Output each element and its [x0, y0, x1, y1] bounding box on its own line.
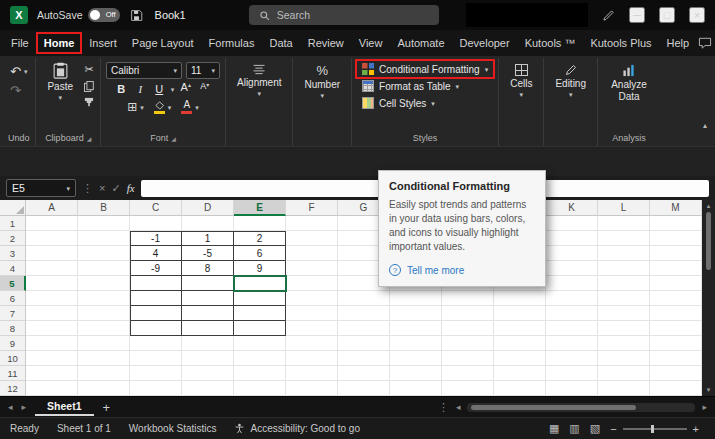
font-color-button[interactable]: A ▾	[178, 99, 202, 115]
cell-I10[interactable]	[442, 351, 494, 366]
cell-C7[interactable]	[130, 306, 182, 321]
scroll-right-icon[interactable]: ▸	[702, 402, 707, 412]
cell-D10[interactable]	[182, 351, 234, 366]
cell-E5[interactable]	[234, 276, 286, 291]
number-format-button[interactable]: % Number ▾	[298, 60, 346, 103]
row-header-1[interactable]: 1	[0, 216, 26, 231]
cell-A2[interactable]	[26, 231, 78, 246]
cell-M3[interactable]	[650, 246, 702, 261]
editing-button[interactable]: Editing ▾	[549, 60, 592, 102]
cell-K12[interactable]	[546, 381, 598, 396]
cell-D8[interactable]	[182, 321, 234, 336]
cell-L8[interactable]	[598, 321, 650, 336]
cell-K8[interactable]	[546, 321, 598, 336]
menu-tab[interactable]: Page Layout	[125, 33, 201, 53]
sheet-tab-sheet1[interactable]: Sheet1	[35, 399, 93, 416]
cut-button[interactable]: ✂	[83, 62, 95, 77]
row-header-11[interactable]: 11	[0, 366, 26, 381]
analyze-data-button[interactable]: Analyze Data	[603, 60, 655, 106]
cell-J10[interactable]	[494, 351, 546, 366]
confirm-entry-button[interactable]: ✓	[111, 182, 120, 195]
cell-D7[interactable]	[182, 306, 234, 321]
close-button[interactable]: ×	[689, 7, 705, 23]
cell-K9[interactable]	[546, 336, 598, 351]
zoom-slider[interactable]	[623, 428, 687, 430]
cell-A8[interactable]	[26, 321, 78, 336]
cell-D2[interactable]: 1	[182, 231, 234, 246]
cell-L12[interactable]	[598, 381, 650, 396]
underline-button[interactable]: U	[152, 81, 167, 97]
kebab-icon[interactable]: ⋮	[438, 401, 449, 414]
cell-B2[interactable]	[78, 231, 130, 246]
cell-M2[interactable]	[650, 231, 702, 246]
cell-F12[interactable]	[286, 381, 338, 396]
cell-B1[interactable]	[78, 216, 130, 231]
cell-C10[interactable]	[130, 351, 182, 366]
cell-H12[interactable]	[390, 381, 442, 396]
cell-G10[interactable]	[338, 351, 390, 366]
redo-button[interactable]: ↷	[7, 83, 30, 98]
cell-M6[interactable]	[650, 291, 702, 306]
cell-E2[interactable]: 2	[234, 231, 286, 246]
column-header-A[interactable]: A	[26, 200, 78, 216]
cell-F8[interactable]	[286, 321, 338, 336]
cell-J8[interactable]	[494, 321, 546, 336]
cell-I11[interactable]	[442, 366, 494, 381]
cell-G11[interactable]	[338, 366, 390, 381]
workbook-statistics-button[interactable]: Workbook Statistics	[129, 423, 217, 434]
cell-H6[interactable]	[390, 291, 442, 306]
column-header-L[interactable]: L	[598, 200, 650, 216]
menu-tab[interactable]: Data	[262, 33, 299, 53]
cell-L4[interactable]	[598, 261, 650, 276]
row-header-8[interactable]: 8	[0, 321, 26, 336]
ink-pen-button[interactable]	[602, 9, 615, 22]
row-header-6[interactable]: 6	[0, 291, 26, 306]
cell-A3[interactable]	[26, 246, 78, 261]
cell-G7[interactable]	[338, 306, 390, 321]
cell-H7[interactable]	[390, 306, 442, 321]
cell-E3[interactable]: 6	[234, 246, 286, 261]
cell-J12[interactable]	[494, 381, 546, 396]
cell-H10[interactable]	[390, 351, 442, 366]
undo-button[interactable]: ↶▾	[7, 64, 30, 79]
cell-E4[interactable]: 9	[234, 261, 286, 276]
dialog-launcher-icon[interactable]: ◢	[171, 135, 176, 142]
cell-K6[interactable]	[546, 291, 598, 306]
row-header-7[interactable]: 7	[0, 306, 26, 321]
cell-A5[interactable]	[26, 276, 78, 291]
maximize-button[interactable]: □	[659, 7, 675, 23]
format-painter-button[interactable]	[83, 96, 95, 108]
paste-button[interactable]: Paste ▾	[41, 60, 79, 108]
cell-styles-button[interactable]: Cell Styles ▾	[357, 95, 440, 111]
column-header-M[interactable]: M	[650, 200, 702, 216]
next-sheet-icon[interactable]: ▸	[22, 402, 27, 412]
minimize-button[interactable]: ─	[629, 7, 645, 23]
cell-M9[interactable]	[650, 336, 702, 351]
cell-B3[interactable]	[78, 246, 130, 261]
cell-H11[interactable]	[390, 366, 442, 381]
cell-I7[interactable]	[442, 306, 494, 321]
menu-tab[interactable]: View	[352, 33, 390, 53]
cell-F10[interactable]	[286, 351, 338, 366]
decrease-font-size-button[interactable]: A▾	[197, 81, 212, 97]
accessibility-status[interactable]: Accessibility: Good to go	[234, 423, 360, 434]
cell-D5[interactable]	[182, 276, 234, 291]
autosave-toggle[interactable]: Off	[88, 8, 120, 22]
cell-F9[interactable]	[286, 336, 338, 351]
cell-G6[interactable]	[338, 291, 390, 306]
cell-D9[interactable]	[182, 336, 234, 351]
cells-button[interactable]: Cells ▾	[504, 60, 538, 102]
cell-I12[interactable]	[442, 381, 494, 396]
cell-K11[interactable]	[546, 366, 598, 381]
cell-M5[interactable]	[650, 276, 702, 291]
cell-F5[interactable]	[286, 276, 338, 291]
cell-E1[interactable]	[234, 216, 286, 231]
zoom-in-icon[interactable]: +	[693, 423, 699, 435]
cell-D3[interactable]: -5	[182, 246, 234, 261]
comments-button[interactable]	[697, 36, 713, 50]
excel-app-icon[interactable]: X	[10, 6, 28, 24]
cell-M11[interactable]	[650, 366, 702, 381]
cell-A7[interactable]	[26, 306, 78, 321]
cell-K4[interactable]	[546, 261, 598, 276]
cell-B6[interactable]	[78, 291, 130, 306]
